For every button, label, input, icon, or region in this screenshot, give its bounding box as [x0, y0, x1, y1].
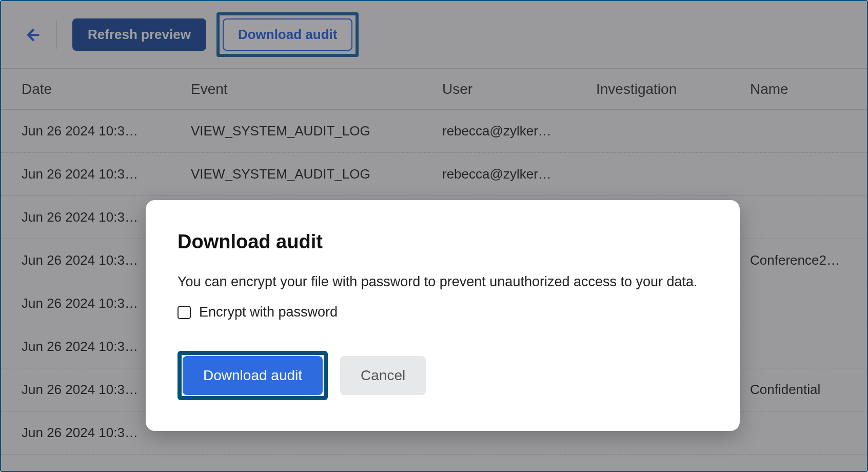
modal-download-button[interactable]: Download audit	[183, 356, 323, 395]
encrypt-checkbox-row[interactable]: Encrypt with password	[177, 304, 708, 320]
modal-actions: Download audit Cancel	[177, 351, 708, 400]
modal-cancel-button[interactable]: Cancel	[340, 356, 426, 395]
modal-description: You can encrypt your file with password …	[177, 272, 708, 291]
download-audit-modal: Download audit You can encrypt your file…	[146, 200, 740, 431]
checkbox-icon[interactable]	[177, 306, 191, 319]
modal-title: Download audit	[177, 231, 708, 253]
encrypt-label: Encrypt with password	[199, 304, 338, 320]
highlight-box: Download audit	[177, 351, 328, 400]
